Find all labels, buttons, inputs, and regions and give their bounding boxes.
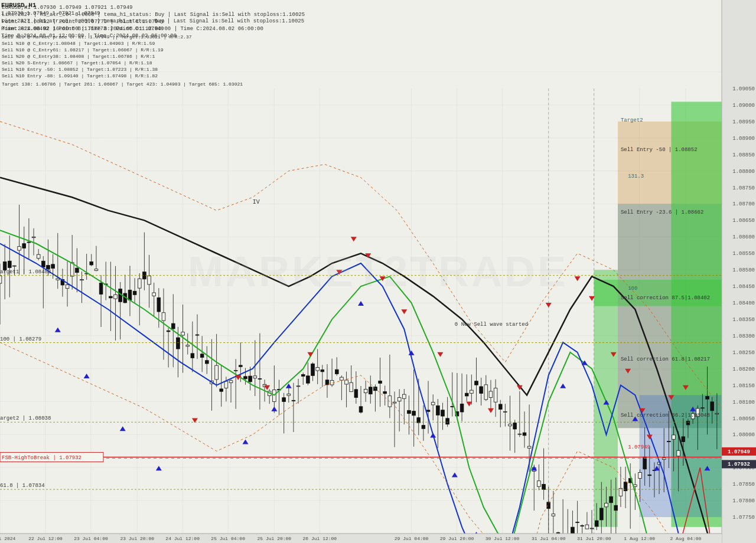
price-display: 1.07930 1.07949 1.07921 1.07949 (1, 10, 304, 18)
point-info: Point A:1.08492 | Point B:1.07773 | Poin… (1, 25, 304, 33)
point-a: Point A:1.08492 (1, 26, 49, 32)
symbol-line: EURUSD,H1 (1, 1, 304, 10)
time-info: Time B:2024.08.01 12:00:00 | Time C:2024… (1, 32, 304, 40)
point-c: Point C:1.07949 (116, 26, 164, 32)
line-info: Line:2827 | h1_atr_c0: 0.0008 | tema_h1_… (1, 18, 304, 25)
point-b: Point B:1.07773 (58, 26, 106, 32)
chart-canvas (0, 0, 756, 543)
chart-container: MARKET2TRADE EURUSD,H1 1.07930 1.07949 1… (0, 0, 756, 543)
top-info: EURUSD,H1 1.07930 1.07949 1.07921 1.0794… (1, 1, 304, 40)
